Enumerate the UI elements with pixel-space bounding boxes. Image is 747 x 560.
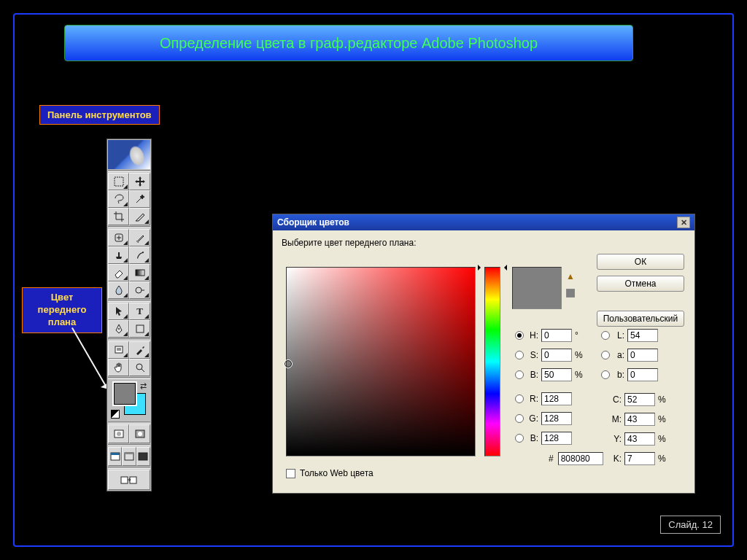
history-brush-tool[interactable]	[129, 246, 150, 264]
color-preview	[512, 267, 562, 309]
label-foreground-color: Цвет переднего плана	[22, 287, 102, 333]
svg-rect-3	[136, 270, 144, 276]
label-b-hsb: B:	[527, 370, 538, 380]
input-hex[interactable]	[558, 452, 603, 465]
label-a: a:	[613, 350, 624, 360]
eyedropper-tool[interactable]	[129, 341, 150, 359]
radio-b-rgb[interactable]	[515, 434, 524, 443]
pen-tool[interactable]	[108, 320, 129, 338]
dodge-tool[interactable]	[129, 281, 150, 299]
color-swatch-area: ⇄	[108, 380, 150, 421]
marquee-tool[interactable]	[108, 173, 129, 190]
lasso-tool[interactable]	[108, 190, 129, 208]
label-s: S:	[527, 350, 538, 360]
input-m[interactable]	[624, 413, 655, 426]
input-a[interactable]	[627, 349, 658, 362]
websafe-warning-swatch[interactable]	[566, 289, 575, 298]
input-r[interactable]	[541, 392, 572, 405]
input-k[interactable]	[624, 452, 655, 465]
input-b-lab[interactable]	[627, 368, 658, 381]
input-b-rgb[interactable]	[541, 432, 572, 445]
label-h: H:	[527, 330, 538, 341]
zoom-tool[interactable]	[129, 359, 150, 376]
radio-h[interactable]	[515, 331, 524, 340]
radio-b-hsb[interactable]	[515, 370, 524, 379]
input-c[interactable]	[624, 393, 655, 406]
input-y[interactable]	[624, 432, 655, 446]
label-g: G:	[527, 413, 538, 424]
hand-tool[interactable]	[108, 359, 129, 376]
label-hash: #	[549, 454, 554, 464]
magic-wand-tool[interactable]	[129, 190, 150, 208]
svg-rect-16	[125, 453, 133, 454]
input-h[interactable]	[541, 329, 572, 342]
radio-g[interactable]	[515, 414, 524, 423]
gamut-warning-icon[interactable]: ▲	[566, 271, 578, 281]
screen-mode-standard-icon[interactable]	[108, 447, 122, 466]
input-s[interactable]	[541, 349, 572, 362]
gradient-tool[interactable]	[129, 264, 150, 281]
foreground-color-swatch[interactable]	[114, 383, 136, 405]
swap-colors-icon[interactable]: ⇄	[140, 381, 147, 391]
label-b-rgb: B:	[527, 433, 538, 443]
radio-b-lab[interactable]	[601, 370, 610, 379]
close-button[interactable]: ✕	[677, 217, 690, 228]
path-select-tool[interactable]	[108, 303, 129, 320]
input-l[interactable]	[627, 329, 658, 342]
radio-s[interactable]	[515, 351, 524, 359]
blur-tool[interactable]	[108, 281, 129, 299]
label-foreground-color-text: Цвет переднего плана	[38, 292, 87, 327]
screen-mode-full-menu-icon[interactable]	[122, 447, 136, 466]
label-tools-panel-text: Панель инструментов	[47, 109, 152, 120]
svg-rect-19	[130, 477, 136, 483]
custom-button[interactable]: Пользовательский	[597, 311, 684, 327]
svg-point-2	[142, 252, 144, 253]
hue-slider[interactable]	[484, 267, 500, 456]
picker-prompt: Выберите цвет переднего плана:	[282, 238, 686, 248]
crop-tool[interactable]	[108, 208, 129, 225]
input-g[interactable]	[541, 412, 572, 425]
dialog-titlebar[interactable]: Сборщик цветов ✕	[273, 214, 694, 230]
svg-point-12	[138, 432, 142, 436]
healing-brush-tool[interactable]	[108, 229, 129, 246]
slide-number: Слайд. 12	[660, 516, 721, 534]
jump-to-imageready-icon[interactable]	[108, 470, 150, 490]
notes-tool[interactable]	[108, 341, 129, 359]
slide-title: Определение цвета в граф.редакторе Adobe…	[160, 35, 538, 52]
svg-rect-18	[121, 477, 128, 483]
toolbox-header-feather-icon	[108, 140, 150, 169]
unit-pct: %	[575, 350, 587, 360]
ok-button[interactable]: ОК	[597, 254, 684, 270]
svg-rect-6	[136, 325, 144, 332]
color-picker-dialog: Сборщик цветов ✕ Выберите цвет переднего…	[272, 214, 695, 494]
default-colors-icon[interactable]	[111, 410, 120, 419]
photoshop-toolbox: T ⇄	[107, 139, 152, 491]
radio-l[interactable]	[601, 331, 610, 340]
type-tool[interactable]: T	[129, 303, 150, 320]
checkbox-web-only[interactable]	[286, 469, 295, 478]
brush-tool[interactable]	[129, 229, 150, 246]
input-b-hsb[interactable]	[541, 368, 572, 381]
clone-stamp-tool[interactable]	[108, 246, 129, 264]
color-field[interactable]	[286, 267, 476, 456]
label-web-only: Только Web цвета	[300, 468, 374, 478]
dialog-title: Сборщик цветов	[277, 217, 349, 228]
label-c: C:	[610, 394, 622, 405]
move-tool[interactable]	[129, 173, 150, 190]
color-preview-old[interactable]	[513, 288, 561, 308]
quick-mask-mode-icon[interactable]	[129, 424, 150, 443]
shape-tool[interactable]	[129, 320, 150, 338]
slice-tool[interactable]	[129, 208, 150, 225]
cancel-button[interactable]: Отмена	[597, 276, 684, 292]
color-field-cursor-icon	[284, 359, 293, 368]
radio-r[interactable]	[515, 394, 524, 403]
eraser-tool[interactable]	[108, 264, 129, 281]
screen-mode-full-icon[interactable]	[136, 447, 150, 466]
standard-mode-icon[interactable]	[108, 424, 129, 443]
label-b-lab: b:	[613, 370, 624, 380]
radio-a[interactable]	[601, 351, 610, 359]
slide-title-banner: Определение цвета в граф.редакторе Adobe…	[64, 25, 633, 61]
label-r: R:	[527, 394, 538, 404]
color-preview-new	[513, 268, 561, 288]
label-m: M:	[610, 414, 622, 424]
